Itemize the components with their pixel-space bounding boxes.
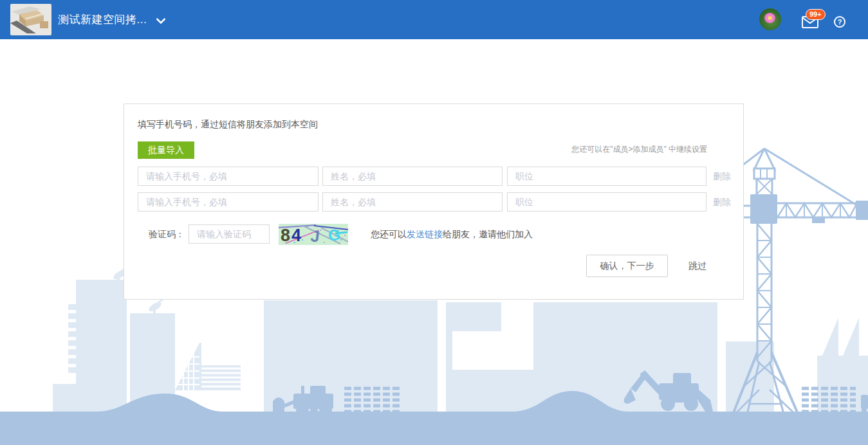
card-actions: 确认，下一步 跳过 bbox=[124, 255, 744, 277]
question-mark-icon: ? bbox=[838, 18, 842, 26]
delete-row-link[interactable]: 删除 bbox=[713, 167, 731, 186]
satellite-dish-icon bbox=[147, 298, 163, 314]
add-members-card: 填写手机号码，通过短信将朋友添加到本空间 批量导入 您还可以在"成员>添加成员"… bbox=[124, 104, 744, 300]
settings-hint-text: 您还可以在"成员>添加成员" 中继续设置 bbox=[571, 144, 707, 155]
app-header: 测试新建空间拷... 99+ ? bbox=[0, 0, 868, 39]
invite-prefix: 您还可以 bbox=[371, 229, 407, 239]
position-input[interactable] bbox=[507, 167, 706, 186]
invite-suffix: 给朋友，邀请他们加入 bbox=[443, 229, 533, 239]
captcha-label: 验证码： bbox=[149, 224, 185, 245]
chevron-down-icon bbox=[156, 18, 166, 24]
send-link[interactable]: 发送链接 bbox=[407, 229, 443, 239]
building-model-image bbox=[10, 4, 51, 35]
invite-line: 您还可以发送链接给朋友，邀请他们加入 bbox=[371, 224, 533, 245]
help-button[interactable]: ? bbox=[834, 16, 845, 28]
position-input[interactable] bbox=[507, 192, 706, 212]
user-avatar[interactable] bbox=[759, 8, 781, 30]
notifications-button[interactable]: 99+ bbox=[802, 10, 825, 29]
captcha-input[interactable] bbox=[189, 224, 270, 244]
confirm-next-button[interactable]: 确认，下一步 bbox=[586, 255, 668, 277]
phone-input[interactable] bbox=[138, 167, 319, 186]
captcha-row: 验证码： bbox=[124, 224, 744, 245]
space-title: 测试新建空间拷... bbox=[58, 12, 147, 27]
space-logo-image[interactable] bbox=[10, 4, 51, 35]
card-heading: 填写手机号码，通过短信将朋友添加到本空间 bbox=[138, 119, 318, 131]
member-row: 删除 bbox=[124, 167, 744, 186]
captcha-char: 8 bbox=[281, 226, 290, 245]
member-row: 删除 bbox=[124, 192, 744, 212]
avatar-flower-image bbox=[764, 13, 775, 23]
captcha-char: J bbox=[309, 226, 320, 245]
captcha-char: 4 bbox=[291, 226, 301, 245]
phone-input[interactable] bbox=[138, 192, 319, 212]
batch-import-button[interactable]: 批量导入 bbox=[138, 141, 194, 159]
name-input[interactable] bbox=[322, 192, 503, 212]
page: 测试新建空间拷... 99+ ? 填写手机号码，通过短信将朋友添加到本空间 批量… bbox=[0, 0, 868, 445]
skip-link[interactable]: 跳过 bbox=[688, 255, 706, 277]
captcha-char: G bbox=[328, 226, 341, 244]
space-switcher[interactable]: 测试新建空间拷... bbox=[58, 0, 166, 39]
notification-badge: 99+ bbox=[806, 9, 826, 20]
name-input[interactable] bbox=[322, 167, 503, 186]
captcha-image[interactable]: 8 4 J G bbox=[279, 224, 348, 245]
delete-row-link[interactable]: 删除 bbox=[713, 192, 731, 212]
